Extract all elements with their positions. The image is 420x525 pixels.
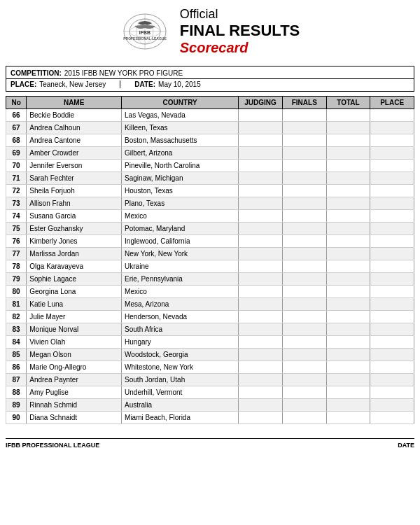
cell-country: South Jordan, Utah [122, 374, 239, 386]
cell-country: Inglewood, California [122, 235, 239, 248]
page-header: PROFESSIONAL LEAGUE IFBB Official FINAL … [0, 0, 420, 63]
competition-label: COMPETITION: [10, 69, 62, 77]
cell-place [370, 185, 414, 197]
cell-total [326, 286, 370, 298]
cell-country: Killeen, Texas [122, 122, 239, 134]
cell-country: Saginaw, Michigan [122, 172, 239, 185]
cell-place [370, 412, 414, 424]
competition-value: 2015 IFBB NEW YORK PRO FIGURE [64, 69, 183, 77]
cell-finals [282, 185, 326, 197]
cell-no: 82 [6, 311, 27, 323]
cell-no: 71 [6, 172, 27, 185]
cell-name: Sheila Forjuoh [27, 185, 122, 197]
cell-judging [239, 248, 283, 260]
cell-no: 68 [6, 134, 27, 147]
footer-left: IFBB PROFESSIONAL LEAGUE [6, 442, 99, 449]
results-table-container: No NAME COUNTRY JUDGING FINALS TOTAL PLA… [6, 96, 414, 424]
col-header-finals: FINALS [282, 97, 326, 109]
cell-country: Gilbert, Arizona [122, 147, 239, 160]
cell-country: New York, New York [122, 248, 239, 260]
cell-judging [239, 134, 283, 147]
cell-country: Hungary [122, 336, 239, 349]
cell-judging [239, 172, 283, 185]
cell-no: 67 [6, 122, 27, 134]
cell-finals [282, 210, 326, 223]
cell-no: 80 [6, 286, 27, 298]
cell-country: Mexico [122, 286, 239, 298]
cell-name: Sophie Lagace [27, 273, 122, 286]
cell-no: 89 [6, 399, 27, 412]
cell-place [370, 399, 414, 412]
cell-place [370, 349, 414, 361]
cell-judging [239, 298, 283, 311]
cell-name: Kimberly Jones [27, 235, 122, 248]
cell-judging [239, 361, 283, 374]
table-row: 70Jennifer EversonPineville, North Carol… [6, 160, 414, 172]
cell-finals [282, 412, 326, 424]
cell-total [326, 361, 370, 374]
cell-country: Las Vegas, Nevada [122, 109, 239, 122]
cell-total [326, 399, 370, 412]
cell-place [370, 235, 414, 248]
col-header-country: COUNTRY [122, 97, 239, 109]
cell-judging [239, 286, 283, 298]
cell-total [326, 122, 370, 134]
cell-name: Amber Crowder [27, 147, 122, 160]
cell-place [370, 210, 414, 223]
cell-judging [239, 147, 283, 160]
cell-place [370, 298, 414, 311]
cell-no: 87 [6, 374, 27, 386]
table-row: 68Andrea CantoneBoston, Massachusetts [6, 134, 414, 147]
cell-place [370, 260, 414, 273]
cell-total [326, 134, 370, 147]
competition-info-box: COMPETITION: 2015 IFBB NEW YORK PRO FIGU… [6, 66, 414, 92]
table-row: 81Katie LunaMesa, Arizona [6, 298, 414, 311]
cell-judging [239, 210, 283, 223]
table-row: 87Andrea PaynterSouth Jordan, Utah [6, 374, 414, 386]
table-row: 83Monique NorvalSouth Africa [6, 323, 414, 336]
table-row: 78Olga KaravayevaUkraine [6, 260, 414, 273]
cell-country: Boston, Massachusetts [122, 134, 239, 147]
table-row: 71Sarah FechterSaginaw, Michigan [6, 172, 414, 185]
cell-country: Australia [122, 399, 239, 412]
cell-finals [282, 349, 326, 361]
cell-judging [239, 185, 283, 197]
cell-judging [239, 235, 283, 248]
cell-total [326, 374, 370, 386]
cell-total [326, 248, 370, 260]
cell-judging [239, 412, 283, 424]
cell-judging [239, 273, 283, 286]
cell-total [326, 210, 370, 223]
svg-text:PROFESSIONAL LEAGUE: PROFESSIONAL LEAGUE [123, 36, 167, 41]
cell-judging [239, 160, 283, 172]
cell-name: Olga Karavayeva [27, 260, 122, 273]
table-row: 84Vivien OlahHungary [6, 336, 414, 349]
table-row: 73Allison FrahnPlano, Texas [6, 197, 414, 210]
cell-finals [282, 361, 326, 374]
table-row: 67Andrea CalhounKilleen, Texas [6, 122, 414, 134]
cell-name: Julie Mayer [27, 311, 122, 323]
page-footer: IFBB PROFESSIONAL LEAGUE DATE [6, 438, 414, 449]
col-header-place: PLACE [370, 97, 414, 109]
cell-place [370, 109, 414, 122]
cell-no: 79 [6, 273, 27, 286]
cell-no: 74 [6, 210, 27, 223]
cell-name: Marlissa Jordan [27, 248, 122, 260]
table-row: 75Ester GozhanskyPotomac, Maryland [6, 223, 414, 235]
cell-name: Georgina Lona [27, 286, 122, 298]
cell-place [370, 311, 414, 323]
cell-total [326, 311, 370, 323]
cell-no: 69 [6, 147, 27, 160]
cell-finals [282, 109, 326, 122]
cell-name: Allison Frahn [27, 197, 122, 210]
cell-country: Plano, Texas [122, 197, 239, 210]
cell-finals [282, 336, 326, 349]
cell-name: Diana Schnaidt [27, 412, 122, 424]
cell-total [326, 386, 370, 399]
cell-no: 83 [6, 323, 27, 336]
title-scorecard: Scorecard [180, 40, 300, 56]
table-row: 79Sophie LagaceErie, Pennsylvania [6, 273, 414, 286]
cell-country: Potomac, Maryland [122, 223, 239, 235]
cell-country: Miami Beach, Florida [122, 412, 239, 424]
title-official: Official [180, 7, 300, 22]
